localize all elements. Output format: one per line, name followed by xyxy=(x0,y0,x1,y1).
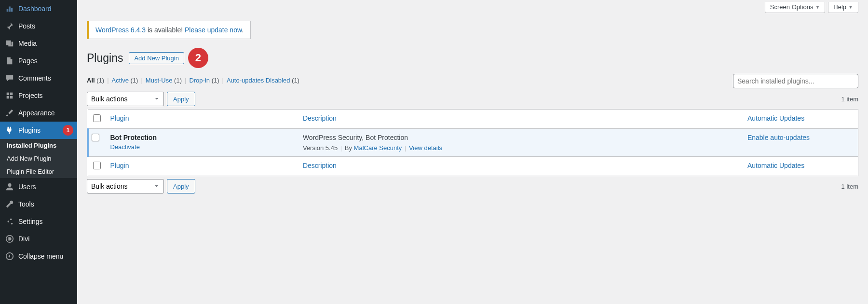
screen-options-toggle[interactable]: Screen Options ▼ xyxy=(765,2,826,13)
filter-all[interactable]: All xyxy=(87,77,95,84)
submenu-plugin-file-editor[interactable]: Plugin File Editor xyxy=(0,165,77,178)
sidebar-item-tools[interactable]: Tools xyxy=(0,195,77,213)
svg-point-4 xyxy=(8,183,11,187)
plugin-row: Bot Protection Deactivate WordPress Secu… xyxy=(88,129,858,157)
screen-options-label: Screen Options xyxy=(770,3,814,11)
update-nag: WordPress 6.4.3 is available! Please upd… xyxy=(87,21,251,39)
select-plugin-checkbox[interactable] xyxy=(92,134,99,141)
add-new-plugin-button[interactable]: Add New Plugin xyxy=(129,52,184,64)
plugin-by-label: By xyxy=(345,144,352,152)
column-plugin-footer: Plugin xyxy=(106,157,298,176)
brush-icon xyxy=(5,108,14,118)
plugin-description: WordPress Security, Bot Protection xyxy=(303,134,738,141)
select-all-top[interactable] xyxy=(93,114,101,122)
bulk-action-select-bottom[interactable]: Bulk actions xyxy=(87,179,164,193)
dashboard-icon xyxy=(5,4,14,14)
select-all-bottom[interactable] xyxy=(93,162,101,169)
page-title: Plugins xyxy=(87,52,123,65)
sidebar-label: Plugins xyxy=(18,126,41,134)
enable-auto-updates-link[interactable]: Enable auto-updates xyxy=(747,134,810,141)
nag-tail: . xyxy=(242,26,244,34)
plugin-author-link[interactable]: MalCare Security xyxy=(354,144,402,152)
chevron-down-icon: ▼ xyxy=(815,4,820,10)
column-plugin-header: Plugin xyxy=(106,110,298,129)
search-plugins-input[interactable] xyxy=(733,74,858,88)
column-auto-updates-footer: Automatic Updates xyxy=(743,157,858,176)
sidebar-item-plugins[interactable]: Plugins 1 xyxy=(0,122,77,139)
sidebar-label: Dashboard xyxy=(18,5,52,13)
wrench-icon xyxy=(5,199,14,209)
apply-button-top[interactable]: Apply xyxy=(167,92,195,106)
plugins-update-badge: 1 xyxy=(63,125,73,136)
svg-rect-1 xyxy=(10,93,13,95)
projects-icon xyxy=(5,91,14,100)
sidebar-item-posts[interactable]: Posts xyxy=(0,17,77,35)
screen-meta-tabs: Screen Options ▼ Help ▼ xyxy=(87,0,858,13)
column-description-header: Description xyxy=(298,110,743,129)
sidebar-item-dashboard[interactable]: Dashboard xyxy=(0,0,77,17)
filter-active[interactable]: Active xyxy=(112,77,129,84)
tablenav-bottom: Bulk actions Apply 1 item xyxy=(87,179,858,193)
sidebar-item-users[interactable]: Users xyxy=(0,178,77,195)
plugin-version: Version 5.45 xyxy=(303,144,338,152)
sidebar-label: Projects xyxy=(18,92,43,99)
plugin-filters: All (1) | Active (1) | Must-Use (1) | Dr… xyxy=(87,77,733,84)
plugins-submenu: Installed Plugins Add New Plugin Plugin … xyxy=(0,139,77,178)
svg-rect-2 xyxy=(7,96,9,98)
column-auto-updates-header: Automatic Updates xyxy=(743,110,858,129)
svg-rect-0 xyxy=(7,93,9,95)
submenu-installed-plugins[interactable]: Installed Plugins xyxy=(0,139,77,152)
plug-icon xyxy=(5,125,14,135)
sidebar-item-media[interactable]: Media xyxy=(0,35,77,52)
media-icon xyxy=(5,39,14,48)
submenu-add-new-plugin[interactable]: Add New Plugin xyxy=(0,152,77,165)
comment-icon xyxy=(5,73,14,83)
main-content: Screen Options ▼ Help ▼ WordPress 6.4.3 … xyxy=(77,0,868,216)
admin-sidebar: Dashboard Posts Media Pages Comments Pro… xyxy=(0,0,77,216)
nag-text: is available! xyxy=(146,26,185,34)
plugins-table: Plugin Description Automatic Updates Bot… xyxy=(87,109,858,176)
sidebar-label: Tools xyxy=(18,200,34,208)
sidebar-item-comments[interactable]: Comments xyxy=(0,69,77,87)
plugin-name: Bot Protection xyxy=(110,134,157,141)
plugin-search-box xyxy=(733,74,858,88)
filter-drop-in[interactable]: Drop-in xyxy=(189,77,210,84)
sidebar-label: Pages xyxy=(18,57,38,65)
sidebar-item-pages[interactable]: Pages xyxy=(0,52,77,69)
view-details-link[interactable]: View details xyxy=(409,144,442,152)
sidebar-label: Comments xyxy=(18,74,51,82)
filter-must-use[interactable]: Must-Use xyxy=(146,77,173,84)
svg-rect-3 xyxy=(10,96,13,98)
column-description-footer: Description xyxy=(298,157,743,176)
filter-all-count: (1) xyxy=(96,77,104,84)
tablenav-top: Bulk actions Apply 1 item xyxy=(87,92,858,106)
update-now-link[interactable]: Please update now xyxy=(185,26,242,34)
page-icon xyxy=(5,56,14,66)
filter-autodis-count: (1) xyxy=(292,77,299,84)
deactivate-link[interactable]: Deactivate xyxy=(110,143,140,151)
sidebar-label: Posts xyxy=(18,22,35,30)
user-icon xyxy=(5,182,14,192)
sidebar-item-settings[interactable]: Settings xyxy=(0,213,77,216)
wp-version-link[interactable]: WordPress 6.4.3 xyxy=(95,26,146,34)
sidebar-item-appearance[interactable]: Appearance xyxy=(0,104,77,122)
apply-button-bottom[interactable]: Apply xyxy=(167,179,195,193)
filter-mustuse-count: (1) xyxy=(174,77,182,84)
sidebar-label: Media xyxy=(18,40,37,47)
filter-dropin-count: (1) xyxy=(212,77,219,84)
bulk-action-select-top[interactable]: Bulk actions xyxy=(87,92,164,106)
filter-active-count: (1) xyxy=(131,77,138,84)
sidebar-item-projects[interactable]: Projects xyxy=(0,87,77,104)
item-count-top: 1 item xyxy=(841,96,858,103)
chevron-down-icon: ▼ xyxy=(848,4,853,10)
item-count-bottom: 1 item xyxy=(841,183,858,190)
pin-icon xyxy=(5,21,14,31)
annotation-marker-2: 2 xyxy=(188,48,208,68)
filter-auto-updates-disabled[interactable]: Auto-updates Disabled xyxy=(227,77,290,84)
sidebar-label: Users xyxy=(18,183,36,191)
help-label: Help xyxy=(833,3,846,11)
sidebar-label: Appearance xyxy=(18,109,55,117)
help-toggle[interactable]: Help ▼ xyxy=(828,2,858,13)
